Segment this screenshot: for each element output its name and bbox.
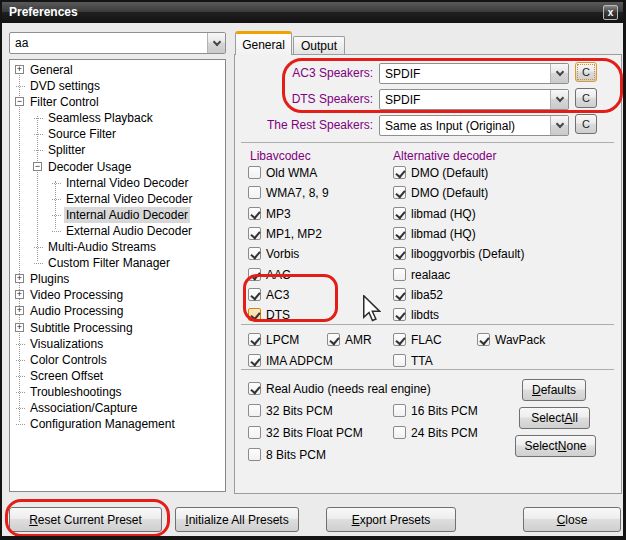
checkbox-8-bits-pcm[interactable] (248, 448, 261, 461)
checkbox-row-libmad-hq[interactable]: libmad (HQ) (393, 225, 476, 242)
sidebar-item-audio-processing[interactable]: +Audio Processing (10, 303, 225, 319)
checkbox-row-old-wma[interactable]: Old WMA (248, 164, 317, 181)
checkbox-libdts[interactable] (393, 308, 406, 321)
checkbox-row-aac[interactable]: AAC (248, 266, 291, 283)
sidebar-item-plugins[interactable]: +Plugins (10, 271, 225, 287)
checkbox-mp3[interactable] (248, 207, 261, 220)
checkbox-row-flac[interactable]: FLAC (393, 331, 442, 348)
select-all-button[interactable]: Select All (519, 407, 590, 429)
tab-general[interactable]: General (235, 31, 292, 55)
checkbox-ac3[interactable] (248, 288, 261, 301)
initialize-all-presets-button[interactable]: Initialize All Presets (175, 507, 299, 532)
sidebar-item-multi-audio-streams[interactable]: Multi-Audio Streams (10, 239, 225, 255)
checkbox-row-realaac[interactable]: realaac (393, 266, 450, 283)
checkbox-wavpack[interactable] (477, 333, 490, 346)
checkbox-ima-adpcm[interactable] (248, 354, 261, 367)
checkbox-row-libmad-hq[interactable]: libmad (HQ) (393, 205, 476, 222)
rest-speakers-select[interactable]: Same as Input (Original) (379, 115, 569, 136)
expand-icon[interactable]: + (15, 306, 24, 315)
checkbox-row-24-bits-pcm[interactable]: 24 Bits PCM (393, 424, 478, 441)
checkbox-liboggvorbis-default[interactable] (393, 247, 406, 260)
checkbox-aac[interactable] (248, 268, 261, 281)
export-presets-button[interactable]: Export Presets (326, 507, 456, 532)
rest-speakers-config-button[interactable]: C (575, 114, 597, 134)
checkbox-row-tta[interactable]: TTA (393, 352, 433, 369)
checkbox-lpcm[interactable] (248, 333, 261, 346)
sidebar-item-troubleshootings[interactable]: Troubleshootings (10, 384, 225, 400)
sidebar-item-internal-audio-decoder[interactable]: Internal Audio Decoder (10, 207, 225, 223)
checkbox-wma7-8-9[interactable] (248, 186, 261, 199)
checkbox-row-dts[interactable]: DTS (248, 306, 290, 323)
checkbox-old-wma[interactable] (248, 166, 261, 179)
checkbox-row-mp1-mp2[interactable]: MP1, MP2 (248, 225, 322, 242)
sidebar-item-visualizations[interactable]: Visualizations (10, 336, 225, 352)
chevron-down-icon[interactable] (550, 90, 568, 109)
sidebar-item-dvd-settings[interactable]: DVD settings (10, 78, 225, 94)
sidebar-item-decoder-usage[interactable]: −Decoder Usage (10, 159, 225, 175)
checkbox-amr[interactable] (327, 333, 340, 346)
expand-icon[interactable]: + (15, 290, 24, 299)
checkbox-real-audio-needs-real-engine[interactable] (248, 382, 261, 395)
checkbox-row-dmo-default[interactable]: DMO (Default) (393, 164, 488, 181)
checkbox-32-bits-float-pcm[interactable] (248, 426, 261, 439)
ac3-speakers-select[interactable]: SPDIF (379, 63, 569, 84)
sidebar-item-screen-offset[interactable]: Screen Offset (10, 368, 225, 384)
sidebar-item-association-capture[interactable]: Association/Capture (10, 400, 225, 416)
close-icon[interactable]: x (603, 5, 618, 20)
collapse-icon[interactable]: − (33, 162, 42, 171)
checkbox-dmo-default[interactable] (393, 186, 406, 199)
sidebar-item-external-video-decoder[interactable]: External Video Decoder (10, 191, 225, 207)
tab-output[interactable]: Output (293, 36, 345, 55)
collapse-icon[interactable]: − (15, 97, 24, 106)
sidebar-item-filter-control[interactable]: −Filter Control (10, 94, 225, 110)
checkbox-16-bits-pcm[interactable] (393, 404, 406, 417)
checkbox-libmad-hq[interactable] (393, 207, 406, 220)
checkbox-liba52[interactable] (393, 288, 406, 301)
checkbox-row-32-bits-pcm[interactable]: 32 Bits PCM (248, 402, 333, 419)
expand-icon[interactable]: + (15, 274, 24, 283)
checkbox-row-libdts[interactable]: libdts (393, 306, 439, 323)
sidebar-item-general[interactable]: +General (10, 62, 225, 78)
checkbox-row-vorbis[interactable]: Vorbis (248, 245, 299, 262)
preset-combobox[interactable]: aa (9, 32, 226, 54)
checkbox-row-wavpack[interactable]: WavPack (477, 331, 545, 348)
checkbox-32-bits-pcm[interactable] (248, 404, 261, 417)
chevron-down-icon[interactable] (550, 64, 568, 83)
ac3-speakers-config-button[interactable]: C (575, 62, 597, 82)
checkbox-row-mp3[interactable]: MP3 (248, 205, 291, 222)
checkbox-row-lpcm[interactable]: LPCM (248, 331, 299, 348)
checkbox-mp1-mp2[interactable] (248, 227, 261, 240)
checkbox-row-ac3[interactable]: AC3 (248, 286, 289, 303)
sidebar-item-configuration-management[interactable]: Configuration Management (10, 416, 225, 432)
checkbox-row-32-bits-float-pcm[interactable]: 32 Bits Float PCM (248, 424, 363, 441)
defaults-button[interactable]: Defaults (522, 379, 586, 401)
checkbox-row-ima-adpcm[interactable]: IMA ADPCM (248, 352, 333, 369)
dts-speakers-config-button[interactable]: C (575, 88, 597, 108)
checkbox-row-liboggvorbis-default[interactable]: liboggvorbis (Default) (393, 245, 524, 262)
checkbox-tta[interactable] (393, 354, 406, 367)
checkbox-row-real-audio-needs-real-engine[interactable]: Real Audio (needs real engine) (248, 380, 431, 397)
sidebar-item-color-controls[interactable]: Color Controls (10, 352, 225, 368)
sidebar-item-source-filter[interactable]: Source Filter (10, 126, 225, 142)
checkbox-row-16-bits-pcm[interactable]: 16 Bits PCM (393, 402, 478, 419)
reset-current-preset-button[interactable]: Reset Current Preset (9, 507, 162, 532)
checkbox-row-wma7-8-9[interactable]: WMA7, 8, 9 (248, 184, 329, 201)
chevron-down-icon[interactable] (207, 33, 225, 53)
checkbox-row-amr[interactable]: AMR (327, 331, 372, 348)
select-none-button[interactable]: Select None (515, 435, 596, 457)
checkbox-row-8-bits-pcm[interactable]: 8 Bits PCM (248, 446, 326, 463)
checkbox-libmad-hq[interactable] (393, 227, 406, 240)
sidebar-item-custom-filter-manager[interactable]: Custom Filter Manager (10, 255, 225, 271)
checkbox-row-dmo-default[interactable]: DMO (Default) (393, 184, 488, 201)
expand-icon[interactable]: + (15, 65, 24, 74)
sidebar-item-splitter[interactable]: Splitter (10, 142, 225, 158)
sidebar-item-seamless-playback[interactable]: Seamless Playback (10, 110, 225, 126)
checkbox-row-liba52[interactable]: liba52 (393, 286, 443, 303)
checkbox-24-bits-pcm[interactable] (393, 426, 406, 439)
close-button[interactable]: Close (523, 507, 621, 532)
expand-icon[interactable]: + (15, 323, 24, 332)
sidebar-item-subtitle-processing[interactable]: +Subtitle Processing (10, 320, 225, 336)
chevron-down-icon[interactable] (550, 116, 568, 135)
sidebar-item-external-audio-decoder[interactable]: External Audio Decoder (10, 223, 225, 239)
checkbox-dts[interactable] (248, 308, 261, 321)
